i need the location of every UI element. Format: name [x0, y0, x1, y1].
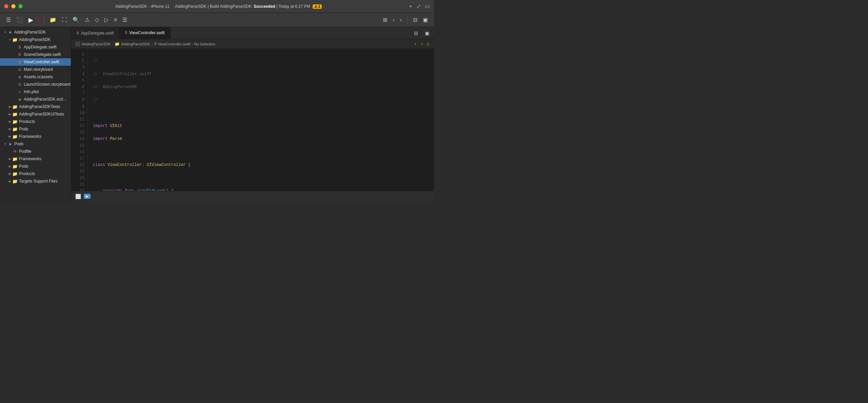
nav-prev-button[interactable]: ‹	[413, 40, 418, 48]
breadcrumb-selection: No Selection	[194, 42, 215, 46]
swift-icon: S	[17, 52, 22, 57]
expand-arrow: ▶	[7, 105, 12, 108]
nav-back-button[interactable]: ‹	[391, 16, 396, 24]
sidebar-item-label: AddingParseSDK	[19, 37, 51, 42]
source-button[interactable]: ≡	[112, 16, 119, 24]
sidebar-item-products1[interactable]: ▶ 📁 Products	[0, 118, 71, 125]
folder-icon: 📁	[12, 126, 18, 132]
title-bar: AddingParseSDK › iPhone 11 AddingParseSD…	[0, 0, 434, 13]
expand-arrow: ▶	[7, 157, 12, 161]
stop-button[interactable]: ⬛	[14, 15, 25, 24]
sidebar-item-pods1[interactable]: ▶ 📁 Pods	[0, 125, 71, 133]
folder-icon: 📁	[12, 156, 18, 162]
toolbar-divider-1	[44, 16, 44, 24]
code-editor[interactable]: 1 2 3 4 5 6 7 8 9 10 11 12 13 14 15 16 1…	[71, 49, 434, 191]
project-name: AddingParseSDK	[115, 4, 147, 9]
add-editor-button[interactable]: ▣	[423, 29, 431, 37]
tab-viewcontroller[interactable]: S ViewController.swift	[119, 27, 170, 39]
plist-icon: ≡	[17, 89, 22, 94]
minimize-button[interactable]	[11, 4, 16, 8]
console-toggle-icon[interactable]: ⬜	[75, 194, 81, 199]
sidebar-item-viewcontroller[interactable]: S ViewController.swift	[0, 58, 71, 66]
swift-tab-icon: S	[77, 31, 79, 35]
folder-icon: 📁	[12, 37, 18, 42]
folder-icon: 📁	[12, 178, 18, 184]
sidebar-item-pods-root[interactable]: ▾ ■ Pods	[0, 140, 71, 148]
sidebar-item-frameworks2[interactable]: ▶ 📁 Frameworks	[0, 155, 71, 163]
sidebar-item-infoplist[interactable]: ≡ Info.plist	[0, 88, 71, 96]
find-button[interactable]: 🔍	[71, 15, 81, 24]
sidebar-item-label: SceneDelegate.swift	[24, 52, 61, 57]
navigator-button[interactable]: 📁	[47, 15, 58, 24]
grid-view-button[interactable]: ⊞	[381, 15, 389, 24]
sidebar-item-scenedelegate[interactable]: S SceneDelegate.swift	[0, 51, 71, 58]
expand-arrow: ▶	[7, 165, 12, 168]
folder-icon: 📁	[12, 111, 18, 117]
close-button[interactable]	[4, 4, 8, 8]
expand-button[interactable]: ⤢	[416, 3, 421, 9]
issue-button[interactable]: ⚠	[83, 15, 92, 24]
sidebar-item-label: AddingParseSDK.xcdatamo...	[24, 97, 68, 102]
expand-arrow: ▶	[7, 120, 12, 123]
inspector-split-button[interactable]: ⊟	[411, 15, 419, 24]
sidebar-item-label: AddingParseSDK	[14, 30, 46, 35]
sidebar-item-uitests[interactable]: ▶ 📁 AddingParseSDKUITests	[0, 110, 71, 118]
tab-appdelegate[interactable]: S AppDelegate.swift	[71, 27, 119, 39]
sidebar-item-tests[interactable]: ▶ 📁 AddingParseSDKTests	[0, 103, 71, 110]
toolbar: ☰ ⬛ ▶ ↑ 📁 ⛶ 🔍 ⚠ ◇ ▷ ≡ ☰ ⊞ ‹ › ⊟ ▣	[0, 13, 434, 27]
sidebar-item-launchscreen[interactable]: ⊡ LaunchScreen.storyboard	[0, 81, 71, 88]
add-button[interactable]: +	[409, 3, 412, 9]
expand-arrow: ▾	[3, 142, 7, 146]
breadcrumb-group: AddingParseSDK	[121, 42, 150, 46]
nav-forward-button[interactable]: ›	[398, 16, 404, 24]
code-content[interactable]: // // ViewController.swift // AddingPars…	[87, 49, 434, 191]
folder-icon: 📁	[12, 171, 18, 176]
sidebar-item-frameworks1[interactable]: ▶ 📁 Frameworks	[0, 133, 71, 140]
code-line-4: //	[93, 97, 434, 103]
breakpoint-button[interactable]: ⛶	[60, 16, 69, 24]
code-line-6: import UIKit	[93, 123, 434, 129]
play-button[interactable]: ▶	[26, 15, 35, 25]
expand-arrow: ▶	[7, 127, 12, 131]
debug-tag: ▶	[84, 194, 91, 199]
test-button[interactable]: ◇	[93, 15, 101, 24]
folder-icon: 📁	[12, 119, 18, 124]
sidebar-item-label: Main.storyboard	[24, 67, 53, 72]
sidebar-item-label: Podfile	[19, 149, 32, 154]
file-breadcrumb: ⬛ AddingParseSDK › 📁 AddingParseSDK › S …	[71, 39, 434, 49]
sidebar-item-mainstoryboard[interactable]: ⊡ Main.storyboard	[0, 66, 71, 73]
sidebar-item-podfile[interactable]: rb Podfile	[0, 148, 71, 155]
sidebar-item-group1[interactable]: ▾ 📁 AddingParseSDK	[0, 36, 71, 43]
sidebar-item-assets[interactable]: ⊞ Assets.xcassets	[0, 73, 71, 81]
sidebar-item-xcdata[interactable]: ◉ AddingParseSDK.xcdatamo...	[0, 96, 71, 103]
bottom-bar: ⬜ ▶	[71, 191, 434, 202]
sidebar-item-targets[interactable]: ▶ 📁 Targets Support Files	[0, 177, 71, 185]
sidebar-item-label: Pods	[14, 142, 23, 146]
report-button[interactable]: ☰	[120, 15, 129, 24]
nav-next-button[interactable]: ›	[419, 40, 425, 48]
line-numbers: 1 2 3 4 5 6 7 8 9 10 11 12 13 14 15 16 1…	[71, 49, 87, 191]
hide-panel-button[interactable]: ▣	[421, 15, 430, 24]
folder-icon: 📁	[12, 134, 18, 139]
sidebar-item-products2[interactable]: ▶ 📁 Products	[0, 170, 71, 177]
warning-badge[interactable]: ⚠ 1	[313, 4, 322, 9]
sidebar-item-root[interactable]: ▾ ■ AddingParseSDK	[0, 28, 71, 36]
sidebar-item-pods2[interactable]: ▶ 📁 Pods	[0, 163, 71, 170]
panel-button[interactable]: ▭	[425, 3, 430, 9]
tab-label: ViewController.swift	[129, 30, 164, 35]
podfile-icon: rb	[12, 149, 18, 154]
maximize-button[interactable]	[18, 4, 23, 8]
main-content: ▾ ■ AddingParseSDK ▾ 📁 AddingParseSDK S …	[0, 27, 434, 202]
code-line-8	[93, 149, 434, 155]
debug-button[interactable]: ▷	[102, 15, 111, 24]
sidebar-item-appdelegate[interactable]: S AppDelegate.swift	[0, 43, 71, 51]
xcdata-icon: ◉	[17, 97, 22, 102]
expand-arrow: ▾	[3, 30, 7, 34]
breadcrumb-file: ViewController.swift	[158, 42, 190, 46]
folder-breadcrumb-icon: 📁	[115, 42, 120, 46]
code-line-5	[93, 110, 434, 116]
inspector-toggle-button[interactable]: ⊟	[412, 29, 420, 37]
swift-icon: S	[17, 59, 22, 65]
sidebar-toggle-button[interactable]: ☰	[4, 15, 13, 24]
sidebar-item-label: Products	[19, 171, 35, 176]
